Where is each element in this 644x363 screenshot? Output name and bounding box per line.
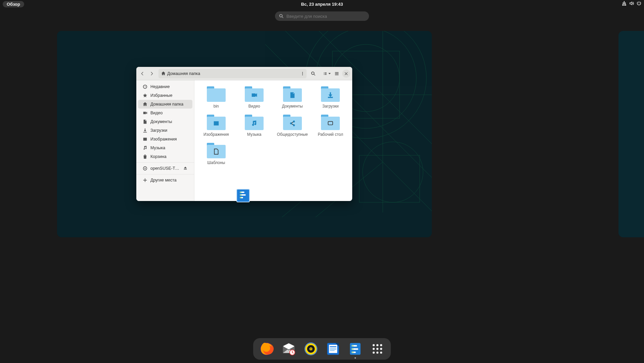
svg-point-47 [376,344,378,346]
sidebar-item-label: Домашняя папка [150,102,183,107]
pathbar-menu-button[interactable] [298,72,307,76]
search-input[interactable] [286,14,365,19]
sidebar-item-video[interactable]: Видео [138,109,192,117]
sidebar-item-star[interactable]: Избранные [138,91,192,100]
folder-label: Музыка [247,132,261,137]
sidebar-item-label: Изображения [150,137,177,142]
folder-label: Загрузки [322,104,338,109]
pathbar-label: Домашняя папка [167,71,200,76]
folder-item[interactable]: Видео [237,86,272,109]
hamburger-menu-button[interactable] [333,70,341,78]
sidebar-item-label: Загрузки [150,128,167,133]
svg-rect-34 [329,345,337,353]
svg-rect-38 [330,350,334,351]
disk-icon [143,166,147,171]
svg-rect-41 [352,345,354,347]
folder-label: bin [214,104,219,109]
volume-icon[interactable] [629,1,634,6]
folder-item[interactable]: Изображения [198,115,234,137]
nav-back-button[interactable] [138,70,146,78]
folder-item[interactable]: Музыка [237,115,272,137]
video-icon [143,111,147,115]
star-icon [143,93,147,98]
search-icon [279,14,284,18]
home-icon [143,102,147,107]
network-icon[interactable] [622,1,627,6]
sidebar-item-clock[interactable]: Недавние [138,82,192,91]
folder-item[interactable]: Загрузки [313,86,349,109]
folder-icon [245,86,264,102]
folder-icon [321,86,340,102]
folder-label: Шаблоны [207,160,225,165]
dock-firefox[interactable] [259,341,275,357]
dock-apps-grid[interactable] [369,341,385,357]
sidebar-item-doc[interactable]: Документы [138,117,192,126]
svg-rect-35 [330,346,336,347]
folder-item[interactable]: Документы [275,86,310,109]
sidebar-separator [136,162,194,163]
sidebar-item-label: Избранные [150,93,172,98]
sidebar-item-image[interactable]: Изображения [138,135,192,144]
plus-icon [143,178,147,183]
svg-rect-45 [352,352,354,353]
sidebar-separator [136,174,194,174]
workspace-thumbnail[interactable]: Домашняя папка НедавниеИзбранныеДомашняя… [57,31,432,237]
clock-icon [143,84,147,89]
dock-music[interactable] [303,341,319,357]
sidebar-item-trash[interactable]: Корзина [138,152,192,161]
window-close-button[interactable] [342,70,350,78]
svg-rect-36 [330,348,336,349]
dock-writer[interactable] [325,341,341,357]
folder-item[interactable]: Общедоступные [275,115,310,137]
doc-icon [143,119,147,124]
folder-icon [283,86,302,102]
sidebar-item-other-places[interactable]: Другие места [138,176,192,185]
music-icon [143,146,147,150]
window-preview-icon[interactable] [236,189,252,205]
folder-icon [207,143,226,158]
trash-icon [143,154,147,159]
top-bar: Обзор Вс, 23 апреля 19:43 [0,0,644,8]
window-header: Домашняя папка [136,67,352,80]
workspace-next[interactable] [618,31,644,237]
sidebar: НедавниеИзбранныеДомашняя папкаВидеоДоку… [136,80,194,201]
svg-point-51 [380,348,382,350]
folder-icon [245,115,264,130]
file-grid: binВидеоДокументыЗагрузкиИзображенияМузы… [194,80,352,201]
folder-label: Рабочий стол [318,132,343,137]
pathbar-segment-home[interactable]: Домашняя папка [158,69,203,78]
files-window[interactable]: Домашняя папка НедавниеИзбранныеДомашняя… [136,67,352,201]
activities-button[interactable]: Обзор [3,1,24,7]
sidebar-item-label: openSUSE-Tumble… [150,166,180,171]
sidebar-item-music[interactable]: Музыка [138,144,192,152]
view-list-button[interactable] [323,70,331,78]
svg-point-32 [310,348,312,350]
dock-files[interactable] [347,341,363,357]
sidebar-item-disk[interactable]: openSUSE-Tumble… [138,164,192,173]
sidebar-item-home[interactable]: Домашняя папка [138,100,192,109]
folder-item[interactable]: Рабочий стол [313,115,349,137]
svg-point-48 [380,344,382,346]
folder-item[interactable]: bin [198,86,234,109]
search-button[interactable] [309,70,317,78]
sidebar-item-label: Другие места [150,178,177,183]
clock[interactable]: Вс, 23 апреля 19:43 [301,2,343,7]
sidebar-item-label: Видео [150,111,163,115]
eject-icon[interactable] [183,166,188,171]
folder-item[interactable]: Шаблоны [198,143,234,165]
sidebar-item-label: Документы [150,119,172,124]
nav-forward-button[interactable] [148,70,156,78]
dock-mail[interactable] [281,341,297,357]
running-indicator [355,357,356,359]
home-icon [161,71,166,76]
dock [253,338,391,360]
pathbar[interactable]: Домашняя папка [158,69,307,78]
overview-search[interactable] [275,11,369,21]
sidebar-item-download[interactable]: Загрузки [138,126,192,135]
folder-label: Изображения [203,132,229,137]
svg-point-53 [376,352,378,354]
power-icon[interactable] [637,1,641,6]
folder-icon [321,115,340,130]
folder-icon [207,115,226,130]
svg-rect-43 [352,348,354,350]
